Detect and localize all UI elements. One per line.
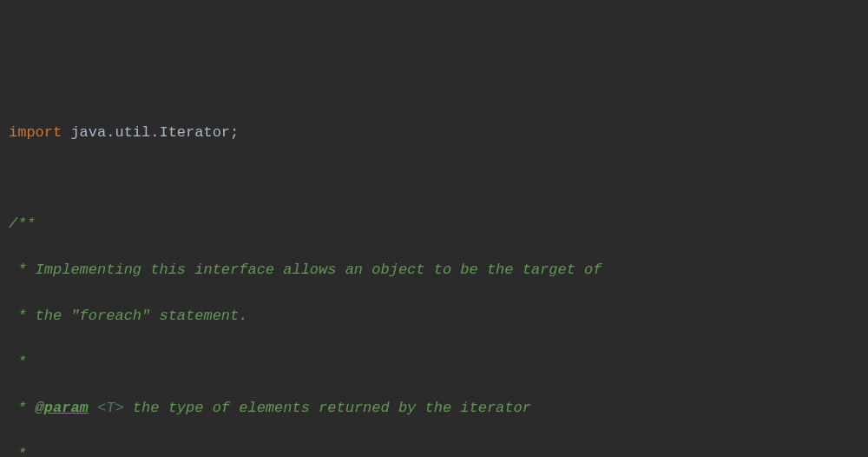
javadoc-param-tag: @param [36, 400, 89, 416]
import-package: java.util.Iterator [62, 124, 230, 141]
code-line[interactable]: * @param <T> the type of elements return… [0, 397, 868, 421]
javadoc-prefix: * [9, 308, 36, 324]
code-line-blank[interactable] [0, 168, 868, 191]
javadoc-start: /** [9, 215, 36, 232]
import-keyword: import [9, 124, 62, 141]
javadoc-type-param: <T> [89, 400, 124, 416]
semicolon: ; [230, 124, 239, 141]
code-line[interactable]: * [0, 443, 868, 457]
javadoc-desc: the type of elements returned by the ite… [124, 400, 531, 416]
code-line[interactable]: * Implementing this interface allows an … [0, 259, 868, 282]
code-line[interactable]: * the "foreach" statement. [0, 305, 868, 328]
javadoc-prefix: * [9, 400, 36, 416]
code-line[interactable]: /** [0, 213, 868, 236]
javadoc-prefix: * [9, 262, 36, 278]
javadoc-text: Implementing this interface allows an ob… [36, 262, 602, 278]
code-editor[interactable]: import java.util.Iterator; /** * Impleme… [0, 98, 868, 457]
javadoc-empty: * [9, 354, 26, 370]
javadoc-empty: * [9, 446, 26, 457]
code-line[interactable]: * [0, 351, 868, 374]
code-line[interactable]: import java.util.Iterator; [0, 122, 868, 145]
javadoc-text: the "foreach" statement. [36, 308, 248, 324]
